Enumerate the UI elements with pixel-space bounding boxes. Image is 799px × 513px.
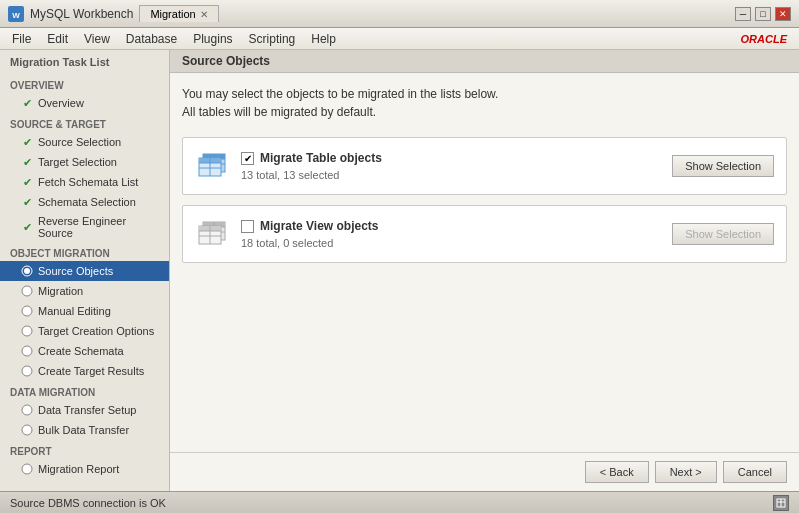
menu-edit[interactable]: Edit [39, 30, 76, 48]
next-button[interactable]: Next > [655, 461, 717, 483]
tab-close-icon[interactable]: ✕ [200, 9, 208, 20]
sidebar-item-reverse-engineer[interactable]: ✔ Reverse Engineer Source [0, 212, 169, 242]
status-message: Source DBMS connection is OK [10, 497, 166, 509]
circle-icon-create-schemata [20, 344, 34, 358]
content-area: Source Objects You may select the object… [170, 50, 799, 491]
sidebar-item-create-schemata[interactable]: Create Schemata [0, 341, 169, 361]
content-body: You may select the objects to be migrate… [170, 73, 799, 452]
close-button[interactable]: ✕ [775, 7, 791, 21]
sidebar-item-data-transfer-setup[interactable]: Data Transfer Setup [0, 400, 169, 420]
sidebar: Migration Task List OVERVIEW ✔ Overview … [0, 50, 170, 491]
sidebar-label-manual-editing: Manual Editing [38, 305, 111, 317]
section-object-migration: OBJECT MIGRATION [0, 242, 169, 261]
sidebar-title: Migration Task List [0, 50, 169, 74]
check-icon-overview: ✔ [20, 96, 34, 110]
app-icon: W [8, 6, 24, 22]
svg-point-9 [22, 405, 32, 415]
sidebar-label-bulk-data-transfer: Bulk Data Transfer [38, 424, 129, 436]
menu-plugins[interactable]: Plugins [185, 30, 240, 48]
table-migrate-checkbox[interactable]: ✔ [241, 152, 254, 165]
view-objects-card: Migrate View objects 18 total, 0 selecte… [182, 205, 787, 263]
circle-icon-create-target-results [20, 364, 34, 378]
card-left-tables: ✔ Migrate Table objects 13 total, 13 sel… [195, 148, 382, 184]
sidebar-item-migration[interactable]: Migration [0, 281, 169, 301]
sidebar-item-source-objects[interactable]: Source Objects [0, 261, 169, 281]
show-selection-tables-button[interactable]: Show Selection [672, 155, 774, 177]
svg-text:W: W [12, 11, 20, 20]
sidebar-label-migration-report: Migration Report [38, 463, 119, 475]
section-data-migration: DATA MIGRATION [0, 381, 169, 400]
check-icon-fetch: ✔ [20, 175, 34, 189]
view-card-title: Migrate View objects [260, 219, 378, 233]
sidebar-label-create-target-results: Create Target Results [38, 365, 144, 377]
sidebar-item-source-selection[interactable]: ✔ Source Selection [0, 132, 169, 152]
show-selection-views-button[interactable]: Show Selection [672, 223, 774, 245]
sidebar-label-target-creation: Target Creation Options [38, 325, 154, 337]
section-source-target: SOURCE & TARGET [0, 113, 169, 132]
sidebar-label-migration: Migration [38, 285, 83, 297]
title-bar: W MySQL Workbench Migration ✕ ─ □ ✕ [0, 0, 799, 28]
cancel-button[interactable]: Cancel [723, 461, 787, 483]
section-overview: OVERVIEW [0, 74, 169, 93]
sidebar-item-create-target-results[interactable]: Create Target Results [0, 361, 169, 381]
status-bar: Source DBMS connection is OK [0, 491, 799, 513]
sidebar-item-bulk-data-transfer[interactable]: Bulk Data Transfer [0, 420, 169, 440]
sidebar-item-overview[interactable]: ✔ Overview [0, 93, 169, 113]
sidebar-label-overview: Overview [38, 97, 84, 109]
description-line2: All tables will be migrated by default. [182, 103, 787, 121]
table-objects-card: ✔ Migrate Table objects 13 total, 13 sel… [182, 137, 787, 195]
status-icon-1 [773, 495, 789, 511]
menu-database[interactable]: Database [118, 30, 185, 48]
sidebar-item-fetch-schemata[interactable]: ✔ Fetch Schemata List [0, 172, 169, 192]
content-header: Source Objects [170, 50, 799, 73]
svg-point-3 [24, 268, 30, 274]
sidebar-item-schemata-selection[interactable]: ✔ Schemata Selection [0, 192, 169, 212]
check-icon-reverse: ✔ [20, 220, 34, 234]
sidebar-item-migration-report[interactable]: Migration Report [0, 459, 169, 479]
circle-icon-migration [20, 284, 34, 298]
sidebar-label-schemata-selection: Schemata Selection [38, 196, 136, 208]
menu-bar: File Edit View Database Plugins Scriptin… [0, 28, 799, 50]
menu-file[interactable]: File [4, 30, 39, 48]
sidebar-label-source-objects: Source Objects [38, 265, 113, 277]
sidebar-label-source-selection: Source Selection [38, 136, 121, 148]
card-left-views: Migrate View objects 18 total, 0 selecte… [195, 216, 378, 252]
menu-view[interactable]: View [76, 30, 118, 48]
table-card-title: Migrate Table objects [260, 151, 382, 165]
main-layout: Migration Task List OVERVIEW ✔ Overview … [0, 50, 799, 491]
status-icons [773, 495, 789, 511]
check-icon-target: ✔ [20, 155, 34, 169]
circle-icon-source-objects [20, 264, 34, 278]
sidebar-label-fetch-schemata: Fetch Schemata List [38, 176, 138, 188]
section-report: REPORT [0, 440, 169, 459]
sidebar-item-target-selection[interactable]: ✔ Target Selection [0, 152, 169, 172]
menu-items: File Edit View Database Plugins Scriptin… [4, 30, 344, 48]
table-card-info: ✔ Migrate Table objects 13 total, 13 sel… [241, 151, 382, 181]
menu-help[interactable]: Help [303, 30, 344, 48]
svg-point-5 [22, 306, 32, 316]
sidebar-item-manual-editing[interactable]: Manual Editing [0, 301, 169, 321]
migration-tab[interactable]: Migration ✕ [139, 5, 218, 22]
menu-scripting[interactable]: Scripting [241, 30, 304, 48]
table-objects-icon [195, 148, 231, 184]
app-title: MySQL Workbench [30, 7, 133, 21]
check-icon-schemata: ✔ [20, 195, 34, 209]
circle-icon-migration-report [20, 462, 34, 476]
svg-point-4 [22, 286, 32, 296]
minimize-button[interactable]: ─ [735, 7, 751, 21]
bottom-buttons: < Back Next > Cancel [170, 452, 799, 491]
view-migrate-checkbox[interactable] [241, 220, 254, 233]
svg-point-6 [22, 326, 32, 336]
back-button[interactable]: < Back [585, 461, 649, 483]
sidebar-label-data-transfer-setup: Data Transfer Setup [38, 404, 136, 416]
maximize-button[interactable]: □ [755, 7, 771, 21]
sidebar-label-reverse-engineer: Reverse Engineer Source [38, 215, 161, 239]
content-description: You may select the objects to be migrate… [182, 85, 787, 121]
tab-label: Migration [150, 8, 195, 20]
view-card-info: Migrate View objects 18 total, 0 selecte… [241, 219, 378, 249]
check-icon-source: ✔ [20, 135, 34, 149]
view-checkbox-row: Migrate View objects [241, 219, 378, 233]
circle-icon-bulk-data [20, 423, 34, 437]
sidebar-item-target-creation[interactable]: Target Creation Options [0, 321, 169, 341]
svg-point-8 [22, 366, 32, 376]
